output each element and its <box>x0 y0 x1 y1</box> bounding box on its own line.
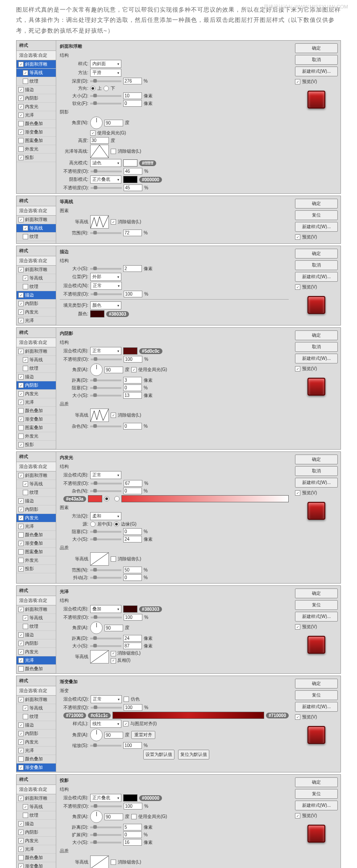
angle-input[interactable]: 90 <box>104 625 123 631</box>
antialias-checkbox[interactable] <box>111 219 116 225</box>
blend-options[interactable]: 混合选项:自定 <box>17 686 56 696</box>
sidebar-coloroverlay[interactable]: 颜色叠加 <box>17 531 56 539</box>
checkbox-icon[interactable] <box>18 549 24 555</box>
checkbox-icon[interactable] <box>18 349 24 354</box>
angle-dial[interactable] <box>90 117 103 129</box>
checkbox-icon[interactable] <box>18 748 24 753</box>
blend-options[interactable]: 混合选项:自定 <box>17 462 56 472</box>
sidebar-satin[interactable]: 光泽 <box>17 845 56 854</box>
sidebar-bevel[interactable]: 斜面和浮雕 <box>17 605 56 614</box>
distance-slider[interactable] <box>90 826 121 828</box>
checkbox-icon[interactable] <box>23 615 28 621</box>
gradstyle-dropdown[interactable]: 线性 <box>90 720 121 728</box>
size-slider[interactable] <box>90 645 121 647</box>
checkbox-icon[interactable] <box>18 87 24 92</box>
scale-slider[interactable] <box>90 745 121 747</box>
reset-button[interactable]: 复位 <box>295 690 338 700</box>
blend-options[interactable]: 混合选项:自定 <box>17 51 56 60</box>
sidebar-stroke[interactable]: 描边 <box>17 820 56 828</box>
cancel-button[interactable]: 取消 <box>295 260 338 270</box>
sidebar-gradientoverlay[interactable]: 渐变叠加 <box>17 539 56 548</box>
antialias-checkbox[interactable] <box>111 149 116 154</box>
checkbox-icon[interactable] <box>23 366 28 371</box>
highlight-dropdown[interactable]: 滤色 <box>90 159 121 167</box>
checkbox-icon[interactable] <box>23 225 28 231</box>
spread-input[interactable]: 0 <box>123 831 142 838</box>
cancel-button[interactable]: 取消 <box>295 466 338 476</box>
radio-up[interactable] <box>90 86 95 91</box>
preview-checkbox[interactable] <box>295 366 300 371</box>
sidebar-contour[interactable]: 等高线 <box>17 803 56 811</box>
sidebar-innerglow[interactable]: 内发光 <box>17 837 56 845</box>
size-slider[interactable] <box>90 842 121 843</box>
angle-input[interactable]: 90 <box>104 814 123 820</box>
preview-checkbox[interactable] <box>295 284 300 290</box>
sidebar-innershadow[interactable]: 内阴影 <box>17 730 56 738</box>
checkbox-icon[interactable] <box>18 524 24 529</box>
sidebar-coloroverlay[interactable]: 颜色叠加 <box>17 407 56 415</box>
noise-input[interactable]: 0 <box>123 423 142 430</box>
checkbox-icon[interactable] <box>18 301 24 306</box>
sh-opacity-input[interactable]: 45 <box>124 184 142 191</box>
checkbox-icon[interactable] <box>18 739 24 745</box>
size-input[interactable]: 2 <box>123 265 142 272</box>
jitter-slider[interactable] <box>90 577 121 579</box>
checkbox-icon[interactable] <box>18 473 24 478</box>
angle-input[interactable]: 90 <box>104 732 123 739</box>
sidebar-bevel[interactable]: 斜面和浮雕 <box>17 266 56 274</box>
preview-checkbox[interactable] <box>295 714 300 720</box>
color-swatch[interactable] <box>123 347 137 355</box>
opacity-slider[interactable] <box>91 617 122 618</box>
checkbox-icon[interactable] <box>18 830 24 835</box>
sidebar-stroke[interactable]: 描边 <box>17 721 56 730</box>
color-swatch[interactable] <box>90 310 104 317</box>
opacity-input[interactable]: 100 <box>124 704 142 711</box>
checkbox-icon[interactable] <box>18 498 24 504</box>
checkbox-icon[interactable] <box>23 490 28 495</box>
sidebar-coloroverlay[interactable]: 颜色叠加 <box>17 755 56 764</box>
checkbox-icon[interactable] <box>23 804 28 810</box>
checkbox-icon[interactable] <box>18 217 24 222</box>
sidebar-gradientoverlay[interactable]: 渐变叠加 <box>17 415 56 424</box>
realign-button[interactable]: 重置对齐 <box>131 731 155 739</box>
checkbox-icon[interactable] <box>18 765 24 770</box>
newstyle-button[interactable]: 新建样式(W)... <box>295 801 338 810</box>
newstyle-button[interactable]: 新建样式(W)... <box>295 478 338 488</box>
sidebar-contour[interactable]: 等高线 <box>17 356 56 364</box>
gradient-picker[interactable] <box>121 495 289 502</box>
sidebar-innershadow[interactable]: 内阴影 <box>17 300 56 308</box>
checkbox-icon[interactable] <box>23 813 28 818</box>
antialias-checkbox[interactable] <box>111 556 116 562</box>
sidebar-texture[interactable]: 纹理 <box>17 488 56 497</box>
checkbox-icon[interactable] <box>18 864 24 868</box>
technique-dropdown[interactable]: 柔和 <box>90 512 121 520</box>
sidebar-satin[interactable]: 光泽 <box>17 398 56 407</box>
checkbox-icon[interactable] <box>23 284 28 289</box>
sidebar-gradientoverlay[interactable]: 渐变叠加 <box>17 128 56 137</box>
checkbox-icon[interactable] <box>18 383 24 388</box>
checkbox-icon[interactable] <box>18 374 24 380</box>
distance-slider[interactable] <box>90 638 121 639</box>
size-slider[interactable] <box>90 95 121 97</box>
technique-dropdown[interactable]: 平滑 <box>90 69 121 77</box>
opacity-input[interactable]: 100 <box>124 803 142 810</box>
color-radio[interactable] <box>104 496 109 501</box>
checkbox-icon[interactable] <box>18 138 24 143</box>
checkbox-icon[interactable] <box>18 129 24 135</box>
sidebar-coloroverlay[interactable]: 颜色叠加 <box>17 854 56 862</box>
blendmode-dropdown[interactable]: 叠加 <box>90 605 121 613</box>
preview-checkbox[interactable] <box>295 813 300 818</box>
hl-opacity-input[interactable]: 46 <box>124 168 142 175</box>
checkbox-icon[interactable] <box>18 318 24 323</box>
dither-checkbox[interactable] <box>124 697 129 702</box>
sidebar-innershadow[interactable]: 内阴影 <box>17 381 56 390</box>
contour-picker[interactable] <box>90 215 109 229</box>
gradient-picker[interactable] <box>112 712 264 719</box>
checkbox-icon[interactable] <box>18 641 24 646</box>
blendmode-dropdown[interactable]: 正常 <box>91 695 122 703</box>
sidebar-contour[interactable]: 等高线 <box>17 480 56 488</box>
sidebar-satin[interactable]: 光泽 <box>17 656 56 665</box>
antialias-checkbox[interactable] <box>111 860 116 865</box>
newstyle-button[interactable]: 新建样式(W)... <box>295 222 338 232</box>
size-slider[interactable] <box>90 268 121 270</box>
